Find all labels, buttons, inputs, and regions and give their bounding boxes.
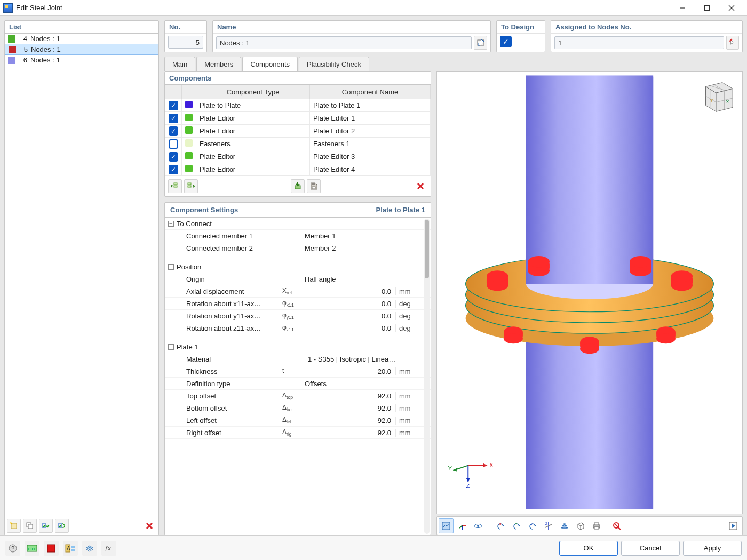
import-button[interactable] — [291, 179, 305, 193]
svg-text:0,00: 0,00 — [28, 547, 37, 551]
vp-perspective-button[interactable] — [557, 518, 572, 533]
table-row[interactable]: ✓ Fasteners Fasteners 1 — [165, 138, 431, 150]
tree-row[interactable]: Axial displacement Xref 0.0mm — [165, 285, 431, 298]
row-checkbox[interactable]: ✓ — [169, 114, 178, 123]
collapse-icon[interactable]: – — [168, 264, 174, 270]
settings-scrollbar-thumb[interactable] — [425, 220, 429, 278]
tree-row[interactable]: Left offset Δlef 92.0mm — [165, 414, 431, 427]
tree-row[interactable]: Origin Half angle — [165, 273, 431, 285]
tree-row[interactable]: Rotation about y11-ax… φy11 0.0deg — [165, 310, 431, 322]
delete-item-button[interactable] — [142, 519, 156, 533]
vp-view-y-button[interactable]: Y — [509, 518, 524, 533]
table-row[interactable]: ✓ Plate Editor Plate Editor 4 — [165, 163, 431, 176]
tab-components[interactable]: Components — [242, 57, 298, 71]
svg-rect-31 — [526, 75, 653, 284]
save-button[interactable] — [307, 179, 321, 193]
table-row[interactable]: ✓ Plate to Plate Plate to Plate 1 — [165, 99, 431, 112]
tree-row[interactable]: Bottom offset Δbot 92.0mm — [165, 402, 431, 414]
tree-group-label: To Connect — [177, 220, 431, 228]
collapse-icon[interactable]: – — [168, 221, 174, 227]
tree-symbol: t — [282, 367, 305, 375]
no-input[interactable] — [168, 36, 203, 49]
move-up-button[interactable] — [168, 179, 182, 193]
row-checkbox[interactable]: ✓ — [169, 126, 178, 136]
settings-scrollbar[interactable] — [424, 219, 430, 534]
layer-button[interactable] — [82, 541, 97, 556]
tree-row[interactable]: Rotation about z11-ax… φz11 0.0deg — [165, 322, 431, 334]
list-item[interactable]: 5 Nodes : 1 — [5, 44, 158, 55]
close-button[interactable] — [719, 1, 744, 15]
row-checkbox[interactable]: ✓ — [169, 101, 178, 110]
collapse-icon[interactable]: – — [168, 344, 174, 350]
vp-zoom-extent-button[interactable] — [471, 518, 486, 533]
units-button[interactable]: 0,00 — [25, 541, 39, 556]
table-row[interactable]: ✓ Plate Editor Plate Editor 2 — [165, 125, 431, 138]
vp-view-z-button[interactable]: Z — [525, 518, 540, 533]
color-swatch — [185, 152, 193, 159]
vp-view-iso-button[interactable]: Z — [541, 518, 556, 533]
tab-members[interactable]: Members — [196, 57, 241, 71]
tree-label: Left offset — [186, 417, 282, 425]
tree-group[interactable]: – To Connect — [165, 218, 431, 230]
check-all-button[interactable] — [39, 519, 53, 533]
tree-unit: mm — [395, 404, 417, 412]
component-type-cell: Plate Editor — [196, 150, 310, 163]
tree-row[interactable]: Connected member 1 Member 1 — [165, 230, 431, 242]
color-button[interactable] — [44, 541, 59, 556]
to-design-checkbox[interactable]: ✓ — [500, 36, 512, 47]
svg-rect-21 — [312, 183, 315, 185]
minimize-button[interactable] — [670, 1, 695, 15]
move-down-button[interactable] — [184, 179, 198, 193]
vp-box-button[interactable] — [573, 518, 588, 533]
tree-row[interactable]: Top offset Δtop 92.0mm — [165, 390, 431, 402]
vp-default-view-button[interactable] — [439, 518, 454, 533]
row-checkbox[interactable]: ✓ — [169, 165, 178, 174]
copy-item-button[interactable] — [23, 519, 37, 533]
assigned-pick-button[interactable] — [726, 36, 739, 50]
table-row[interactable]: ✓ Plate Editor Plate Editor 3 — [165, 150, 431, 163]
tree-unit: mm — [395, 417, 417, 425]
list-item[interactable]: 6 Nodes : 1 — [5, 55, 158, 65]
table-row[interactable]: ✓ Plate Editor Plate Editor 1 — [165, 112, 431, 125]
svg-text:Z: Z — [466, 483, 470, 488]
help-button[interactable]: ? — [5, 541, 20, 556]
tab-plausibility-check[interactable]: Plausibility Check — [299, 57, 369, 71]
tree-row[interactable]: Material 1 - S355 | Isotropic | Linea… — [165, 353, 431, 365]
tree-row[interactable]: Rotation about x11-ax… φx11 0.0deg — [165, 298, 431, 310]
tree-row[interactable]: Right offset Δrig 92.0mm — [165, 427, 431, 439]
text-style-button[interactable]: A — [63, 541, 78, 556]
name-input[interactable] — [216, 36, 472, 49]
tree-row[interactable]: Connected member 2 Member 2 — [165, 242, 431, 254]
ok-button[interactable]: OK — [559, 541, 618, 556]
tree-group[interactable]: – Position — [165, 261, 431, 273]
viewport-3d[interactable]: -X Y X Y Z — [436, 71, 743, 514]
vp-cancel-zoom-button[interactable] — [609, 518, 624, 533]
svg-rect-15 — [174, 183, 177, 185]
svg-point-49 — [580, 343, 599, 354]
new-item-button[interactable] — [7, 519, 21, 533]
assigned-input[interactable] — [554, 36, 724, 49]
settings-tree[interactable]: – To Connect Connected member 1 Member 1… — [165, 218, 431, 535]
vp-axes-button[interactable] — [455, 518, 470, 533]
row-checkbox[interactable]: ✓ — [169, 139, 178, 149]
tree-row[interactable]: Definition type Offsets — [165, 378, 431, 390]
row-checkbox[interactable]: ✓ — [169, 152, 178, 162]
fx-button[interactable]: ƒx — [101, 541, 116, 556]
apply-button[interactable]: Apply — [683, 541, 742, 556]
tab-main[interactable]: Main — [164, 57, 195, 71]
vp-expand-button[interactable] — [726, 518, 741, 533]
tree-row[interactable]: Thickness t 20.0mm — [165, 365, 431, 378]
name-edit-button[interactable] — [474, 36, 487, 50]
maximize-button[interactable] — [695, 1, 719, 15]
delete-component-button[interactable] — [414, 179, 427, 193]
axes-indicator-icon: X Y Z — [448, 453, 494, 488]
component-name-cell: Plate Editor 1 — [310, 112, 431, 125]
navigation-cube-icon[interactable]: -X Y — [695, 75, 737, 117]
list-item[interactable]: 4 Nodes : 1 — [5, 34, 158, 44]
check-refresh-button[interactable] — [55, 519, 69, 533]
tree-group[interactable]: – Plate 1 — [165, 341, 431, 353]
vp-print-button[interactable] — [589, 518, 604, 533]
cancel-button[interactable]: Cancel — [621, 541, 680, 556]
vp-view-x-button[interactable]: X — [493, 518, 508, 533]
svg-point-40 — [630, 256, 651, 267]
